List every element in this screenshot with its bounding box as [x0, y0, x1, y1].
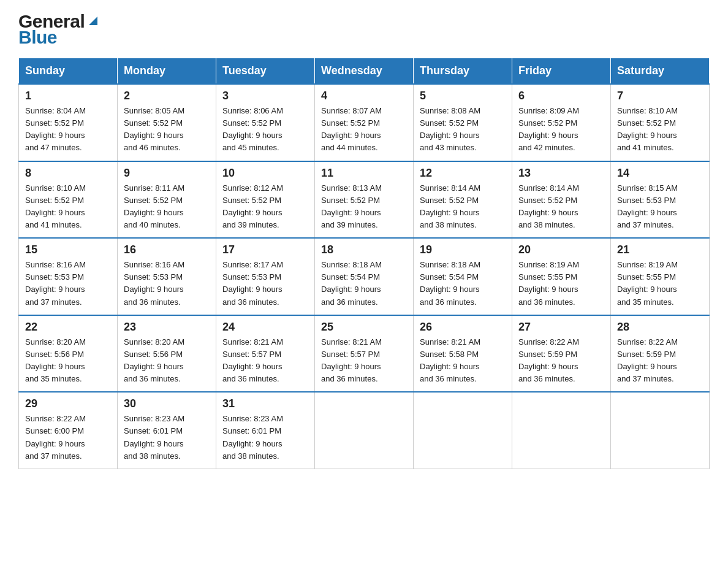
- day-info: Sunrise: 8:21 AMSunset: 5:58 PMDaylight:…: [420, 336, 506, 386]
- day-info: Sunrise: 8:18 AMSunset: 5:54 PMDaylight:…: [321, 259, 407, 308]
- calendar-cell: 16Sunrise: 8:16 AMSunset: 5:53 PMDayligh…: [118, 238, 216, 315]
- calendar-cell: [315, 392, 414, 469]
- calendar-cell: 24Sunrise: 8:21 AMSunset: 5:57 PMDayligh…: [216, 315, 315, 393]
- day-info: Sunrise: 8:04 AMSunset: 5:52 PMDaylight:…: [25, 105, 111, 155]
- header-thursday: Thursday: [414, 58, 512, 85]
- calendar-week-row: 1Sunrise: 8:04 AMSunset: 5:52 PMDaylight…: [19, 84, 710, 161]
- day-number: 16: [124, 243, 210, 256]
- day-number: 30: [124, 397, 210, 410]
- calendar-header: Sunday Monday Tuesday Wednesday Thursday…: [19, 58, 710, 85]
- calendar-cell: 29Sunrise: 8:22 AMSunset: 6:00 PMDayligh…: [19, 392, 118, 469]
- day-info: Sunrise: 8:22 AMSunset: 5:59 PMDaylight:…: [518, 336, 604, 386]
- calendar-cell: 9Sunrise: 8:11 AMSunset: 5:52 PMDaylight…: [118, 161, 216, 239]
- day-number: 13: [518, 167, 604, 180]
- calendar-cell: [512, 392, 611, 469]
- calendar-cell: 18Sunrise: 8:18 AMSunset: 5:54 PMDayligh…: [315, 238, 414, 315]
- day-info: Sunrise: 8:10 AMSunset: 5:52 PMDaylight:…: [617, 105, 703, 155]
- day-number: 21: [617, 243, 703, 256]
- header-tuesday: Tuesday: [216, 58, 315, 85]
- day-info: Sunrise: 8:12 AMSunset: 5:52 PMDaylight:…: [222, 182, 308, 232]
- calendar-cell: 26Sunrise: 8:21 AMSunset: 5:58 PMDayligh…: [414, 315, 512, 393]
- day-number: 27: [518, 321, 604, 334]
- day-number: 22: [25, 321, 111, 334]
- day-info: Sunrise: 8:08 AMSunset: 5:52 PMDaylight:…: [420, 105, 506, 155]
- day-info: Sunrise: 8:10 AMSunset: 5:52 PMDaylight:…: [25, 182, 111, 232]
- header-friday: Friday: [512, 58, 611, 85]
- day-info: Sunrise: 8:16 AMSunset: 5:53 PMDaylight:…: [25, 259, 111, 308]
- calendar-cell: 4Sunrise: 8:07 AMSunset: 5:52 PMDaylight…: [315, 84, 414, 161]
- day-info: Sunrise: 8:07 AMSunset: 5:52 PMDaylight:…: [321, 105, 407, 155]
- page-header: General Blue: [18, 12, 710, 47]
- calendar-cell: 22Sunrise: 8:20 AMSunset: 5:56 PMDayligh…: [19, 315, 118, 393]
- day-number: 8: [25, 167, 111, 180]
- calendar-week-row: 29Sunrise: 8:22 AMSunset: 6:00 PMDayligh…: [19, 392, 710, 469]
- day-info: Sunrise: 8:06 AMSunset: 5:52 PMDaylight:…: [222, 105, 308, 155]
- day-number: 17: [222, 243, 308, 256]
- calendar-cell: 2Sunrise: 8:05 AMSunset: 5:52 PMDaylight…: [118, 84, 216, 161]
- calendar-cell: 10Sunrise: 8:12 AMSunset: 5:52 PMDayligh…: [216, 161, 315, 239]
- calendar-week-row: 15Sunrise: 8:16 AMSunset: 5:53 PMDayligh…: [19, 238, 710, 315]
- day-info: Sunrise: 8:22 AMSunset: 5:59 PMDaylight:…: [617, 336, 703, 386]
- weekday-header-row: Sunday Monday Tuesday Wednesday Thursday…: [19, 58, 710, 85]
- day-info: Sunrise: 8:20 AMSunset: 5:56 PMDaylight:…: [124, 336, 210, 386]
- day-info: Sunrise: 8:23 AMSunset: 6:01 PMDaylight:…: [222, 413, 308, 462]
- day-info: Sunrise: 8:21 AMSunset: 5:57 PMDaylight:…: [222, 336, 308, 386]
- day-number: 14: [617, 167, 703, 180]
- day-info: Sunrise: 8:19 AMSunset: 5:55 PMDaylight:…: [617, 259, 703, 308]
- calendar-cell: 27Sunrise: 8:22 AMSunset: 5:59 PMDayligh…: [512, 315, 611, 393]
- day-number: 11: [321, 167, 407, 180]
- calendar-cell: 7Sunrise: 8:10 AMSunset: 5:52 PMDaylight…: [611, 84, 710, 161]
- header-monday: Monday: [118, 58, 216, 85]
- day-number: 20: [518, 243, 604, 256]
- calendar-cell: 1Sunrise: 8:04 AMSunset: 5:52 PMDaylight…: [19, 84, 118, 161]
- day-number: 12: [420, 167, 506, 180]
- day-info: Sunrise: 8:09 AMSunset: 5:52 PMDaylight:…: [518, 105, 604, 155]
- day-number: 29: [25, 397, 111, 410]
- day-number: 7: [617, 90, 703, 102]
- day-number: 31: [222, 397, 308, 410]
- day-number: 2: [124, 90, 210, 102]
- day-info: Sunrise: 8:17 AMSunset: 5:53 PMDaylight:…: [222, 259, 308, 308]
- calendar-cell: 6Sunrise: 8:09 AMSunset: 5:52 PMDaylight…: [512, 84, 611, 161]
- day-info: Sunrise: 8:05 AMSunset: 5:52 PMDaylight:…: [124, 105, 210, 155]
- day-info: Sunrise: 8:23 AMSunset: 6:01 PMDaylight:…: [124, 413, 210, 462]
- day-info: Sunrise: 8:18 AMSunset: 5:54 PMDaylight:…: [420, 259, 506, 308]
- header-wednesday: Wednesday: [315, 58, 414, 85]
- day-info: Sunrise: 8:22 AMSunset: 6:00 PMDaylight:…: [25, 413, 111, 462]
- day-number: 1: [25, 90, 111, 102]
- day-number: 3: [222, 90, 308, 102]
- calendar-cell: 5Sunrise: 8:08 AMSunset: 5:52 PMDaylight…: [414, 84, 512, 161]
- calendar-cell: 28Sunrise: 8:22 AMSunset: 5:59 PMDayligh…: [611, 315, 710, 393]
- day-number: 10: [222, 167, 308, 180]
- logo-triangle-icon: [86, 14, 100, 29]
- day-info: Sunrise: 8:14 AMSunset: 5:52 PMDaylight:…: [518, 182, 604, 232]
- calendar-cell: [611, 392, 710, 469]
- day-info: Sunrise: 8:15 AMSunset: 5:53 PMDaylight:…: [617, 182, 703, 232]
- day-number: 24: [222, 321, 308, 334]
- day-number: 26: [420, 321, 506, 334]
- day-number: 25: [321, 321, 407, 334]
- calendar-cell: 15Sunrise: 8:16 AMSunset: 5:53 PMDayligh…: [19, 238, 118, 315]
- calendar-cell: 31Sunrise: 8:23 AMSunset: 6:01 PMDayligh…: [216, 392, 315, 469]
- header-saturday: Saturday: [611, 58, 710, 85]
- calendar-cell: [414, 392, 512, 469]
- day-number: 18: [321, 243, 407, 256]
- day-number: 9: [124, 167, 210, 180]
- calendar-cell: 8Sunrise: 8:10 AMSunset: 5:52 PMDaylight…: [19, 161, 118, 239]
- calendar-cell: 19Sunrise: 8:18 AMSunset: 5:54 PMDayligh…: [414, 238, 512, 315]
- calendar-week-row: 8Sunrise: 8:10 AMSunset: 5:52 PMDaylight…: [19, 161, 710, 239]
- logo-blue-text: Blue: [18, 28, 57, 47]
- calendar-cell: 13Sunrise: 8:14 AMSunset: 5:52 PMDayligh…: [512, 161, 611, 239]
- day-info: Sunrise: 8:13 AMSunset: 5:52 PMDaylight:…: [321, 182, 407, 232]
- calendar-cell: 20Sunrise: 8:19 AMSunset: 5:55 PMDayligh…: [512, 238, 611, 315]
- day-number: 19: [420, 243, 506, 256]
- calendar-cell: 23Sunrise: 8:20 AMSunset: 5:56 PMDayligh…: [118, 315, 216, 393]
- header-sunday: Sunday: [19, 58, 118, 85]
- logo: General Blue: [18, 12, 100, 47]
- day-number: 4: [321, 90, 407, 102]
- calendar-cell: 11Sunrise: 8:13 AMSunset: 5:52 PMDayligh…: [315, 161, 414, 239]
- day-info: Sunrise: 8:14 AMSunset: 5:52 PMDaylight:…: [420, 182, 506, 232]
- calendar-cell: 25Sunrise: 8:21 AMSunset: 5:57 PMDayligh…: [315, 315, 414, 393]
- day-info: Sunrise: 8:11 AMSunset: 5:52 PMDaylight:…: [124, 182, 210, 232]
- calendar-cell: 3Sunrise: 8:06 AMSunset: 5:52 PMDaylight…: [216, 84, 315, 161]
